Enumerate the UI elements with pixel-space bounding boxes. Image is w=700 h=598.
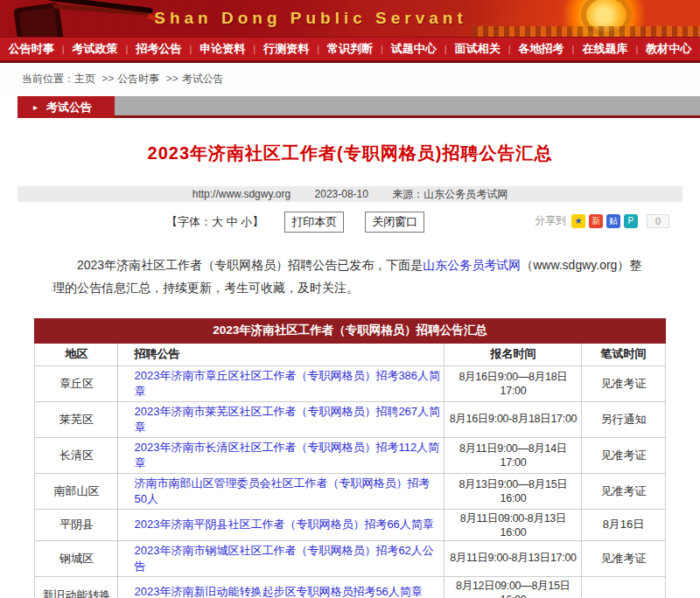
signup-time-cell: 8月16日9:00—8月18日17:00 [444,365,582,401]
table-row: 钢城区2023年济南市钢城区社区工作者（专职网格员）招考62人公告8月11日9:… [35,540,665,576]
nav-item-6[interactable]: 行测资料 [256,41,317,57]
announcement-cell: 2023年济南市钢城区社区工作者（专职网格员）招考62人公告 [118,540,444,576]
announcement-cell: 2023年济南市长清区社区工作者（专职网格员）招考112人简章 [118,437,444,473]
sdgwy-site-link[interactable]: 山东公务员考试网 [423,258,521,272]
region-cell: 钢城区 [35,540,118,576]
font-size-selector[interactable]: 【字体：大 中 小】 [166,214,263,230]
breadcrumb-label: 当前位置： [22,73,74,85]
announcement-cell: 2023年济南市章丘区社区工作者（专职网格员）招考386人简章 [118,365,444,401]
main-nav: 网站首页|公告时事|考试政策|招考公告|申论资料|行测资料|常识判断|试题中心|… [0,37,700,63]
announcement-link[interactable]: 2023年济南平阴县社区工作者（专职网格员）招考66人简章 [134,518,433,531]
exam-time-cell: 8月16日 [582,509,665,540]
print-page-button[interactable]: 打印本页 [284,212,344,233]
breadcrumb-current-link[interactable]: 考试公告 [182,73,224,85]
exam-time-cell: 见准考证 [582,365,665,401]
announcement-table-body: 章丘区2023年济南市章丘区社区工作者（专职网格员）招考386人简章8月16日9… [35,365,665,598]
announcement-link[interactable]: 2023年济南市莱芜区社区工作者（专职网格员）招聘267人简章 [134,405,440,434]
section-bar: ▸ 考试公告 [18,96,700,118]
region-cell: 莱芜区 [35,401,118,437]
intro-text: 2023年济南社区工作者（专职网格员）招聘公告已发布，下面是 [77,258,423,272]
close-window-button[interactable]: 关闭窗口 [365,212,424,233]
weibo-share-icon[interactable]: 新 [589,214,603,228]
region-cell: 新旧动能转换起步区 [35,576,118,598]
announcement-link[interactable]: 2023年济南新旧动能转换起步区专职网格员招考56人简章 [134,585,422,598]
table-row: 南部山区济南市南部山区管理委员会社区工作者（专职网格员）招考50人8月13日9:… [35,473,665,509]
announcement-cell: 2023年济南平阴县社区工作者（专职网格员）招考66人简章 [118,509,444,540]
nav-item-11[interactable]: 在线题库 [574,41,635,57]
share-bar: 分享到 ★新贴P 0 [535,213,669,228]
nav-item-7[interactable]: 常识判断 [319,41,381,57]
breadcrumb-separator: >> [102,73,114,85]
intro-paragraph: 2023年济南社区工作者（专职网格员）招聘公告已发布，下面是山东公务员考试网（w… [52,254,648,300]
article-content: 2023年济南社区工作者(专职网格员)招聘公告汇总 http://www.sdg… [18,118,682,598]
section-tab-label: 考试公告 [46,100,92,115]
announcement-link[interactable]: 2023年济南市长清区社区工作者（专职网格员）招考112人简章 [134,441,439,469]
breadcrumb-home-link[interactable]: 主页 [74,73,95,85]
announcement-table: 2023年济南社区工作者（专职网格员）招聘公告汇总 地区 招聘公告 报名时间 笔… [34,318,665,598]
tieba-share-icon[interactable]: 贴 [606,214,620,228]
signup-time-cell: 8月11日09:00-8月13日16:00 [444,509,582,540]
breadcrumb: 当前位置：主页 >>公告时事 >>考试公告 [0,63,700,94]
col-header-exam-time: 笔试时间 [582,343,665,365]
exam-time-cell: 见准考证 [582,473,665,509]
exam-time-cell: 见准考证 [582,540,665,576]
page-title: 2023年济南社区工作者(专职网格员)招聘公告汇总 [18,118,682,165]
breadcrumb-category-link[interactable]: 公告时事 [117,73,159,85]
share-icons-container: ★新贴P [571,214,638,228]
table-row: 新旧动能转换起步区2023年济南新旧动能转换起步区专职网格员招考56人简章8月1… [35,576,665,598]
article-meta: http://www.sdgwy.org 2023-08-10 来源：山东公务员… [18,186,682,202]
col-header-signup-time: 报名时间 [444,343,582,365]
nav-item-12[interactable]: 教材中心 [638,41,699,57]
table-header-row: 地区 招聘公告 报名时间 笔试时间 [35,343,665,365]
nav-item-3[interactable]: 考试政策 [65,41,126,57]
more-share-icon[interactable]: P [624,214,638,228]
signup-time-cell: 8月11日9:00—8月14日17:00 [444,437,582,473]
nav-item-10[interactable]: 各地招考 [511,41,572,57]
announcement-cell: 2023年济南市莱芜区社区工作者（专职网格员）招聘267人简章 [118,401,444,437]
region-cell: 长清区 [35,437,118,473]
share-count-badge: 0 [647,214,669,228]
site-banner: Shan Dong Public Servant [0,0,700,37]
qzone-share-icon[interactable]: ★ [571,214,585,228]
signup-time-cell: 8月16日9:00-8月18日17:00 [444,401,582,437]
table-title-row: 2023年济南社区工作者（专职网格员）招聘公告汇总 [35,318,665,343]
site-title: Shan Dong Public Servant [0,0,621,37]
table-row: 平阴县2023年济南平阴县社区工作者（专职网格员）招考66人简章8月11日09:… [35,509,665,540]
announcement-link[interactable]: 2023年济南市钢城区社区工作者（专职网格员）招考62人公告 [134,544,433,573]
signup-time-cell: 8月12日09:00—8月15日16:00 [444,576,582,598]
region-cell: 章丘区 [35,365,118,401]
article-source: 来源：山东公务员考试网 [392,188,508,200]
announcement-link[interactable]: 济南市南部山区管理委员会社区工作者（专职网格员）招考50人 [134,476,430,505]
region-cell: 平阴县 [35,509,118,540]
table-row: 莱芜区2023年济南市莱芜区社区工作者（专职网格员）招聘267人简章8月16日9… [35,401,665,437]
table-title: 2023年济南社区工作者（专职网格员）招聘公告汇总 [35,318,665,343]
table-row: 长清区2023年济南市长清区社区工作者（专职网格员）招考112人简章8月11日9… [35,437,665,473]
region-cell: 南部山区 [35,473,118,509]
col-header-announcement: 招聘公告 [118,343,444,365]
article-toolbar: 【字体：大 中 小】 打印本页 关闭窗口 分享到 ★新贴P 0 [18,212,682,233]
nav-item-9[interactable]: 面试相关 [447,41,508,57]
exam-time-cell: 另行通知 [582,401,665,437]
source-url-link[interactable]: http://www.sdgwy.org [192,188,291,200]
announcement-cell: 济南市南部山区管理委员会社区工作者（专职网格员）招考50人 [118,473,444,509]
col-header-region: 地区 [35,343,118,365]
signup-time-cell: 8月13日9:00—8月15日16:00 [444,473,582,509]
breadcrumb-separator: >> [166,73,178,85]
arrow-right-icon: ▸ [33,102,38,112]
publish-date: 2023-08-10 [315,188,368,200]
signup-time-cell: 8月11日9:00-8月13日17:00 [444,540,582,576]
nav-item-8[interactable]: 试题中心 [383,41,444,57]
nav-item-4[interactable]: 招考公告 [128,41,189,57]
exam-time-cell: 8月19日 [582,576,665,598]
announcement-cell: 2023年济南新旧动能转换起步区专职网格员招考56人简章 [118,576,444,598]
share-label: 分享到 [535,213,566,228]
table-row: 章丘区2023年济南市章丘区社区工作者（专职网格员）招考386人简章8月16日9… [35,365,665,401]
nav-item-2[interactable]: 公告时事 [1,41,62,57]
exam-time-cell: 见准考证 [582,437,665,473]
nav-item-5[interactable]: 申论资料 [192,41,253,57]
announcement-link[interactable]: 2023年济南市章丘区社区工作者（专职网格员）招考386人简章 [134,369,440,398]
tab-exam-announcements[interactable]: ▸ 考试公告 [18,96,115,118]
